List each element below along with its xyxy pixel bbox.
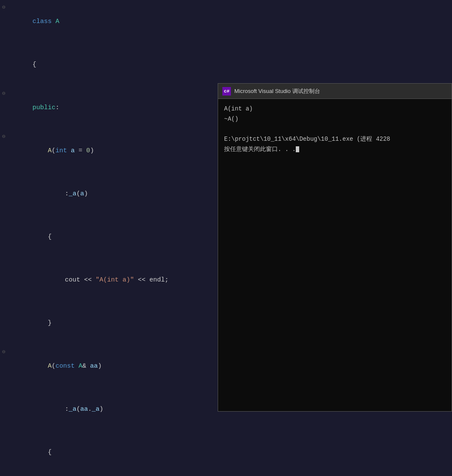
console-line-1: A(int a) [224,104,446,114]
fold-icon-9[interactable]: ⊖ [0,348,8,355]
console-titlebar: c# Microsoft Visual Studio 调试控制台 [218,84,452,99]
console-body: A(int a) ~A() E:\projtct\10_11\x64\Debug… [218,99,452,160]
fold-icon-4[interactable]: ⊖ [0,133,8,140]
code-line-2: { [0,43,452,86]
line-content-9: A(const A& aa) [8,345,102,387]
line-content-6: { [8,216,52,258]
line-content-11: { [8,431,52,473]
line-content-1: class A [8,0,59,43]
code-line-11: { [0,431,452,474]
fold-icon-1[interactable]: ⊖ [0,4,8,11]
console-title: Microsoft Visual Studio 调试控制台 [234,87,320,95]
code-line-1: ⊖ class A [0,0,452,43]
vs-icon: c# [222,87,231,96]
fold-icon-3[interactable]: ⊖ [0,90,8,97]
line-content-4: A(int a = 0) [8,130,94,172]
line-content-8: } [8,302,52,344]
console-window[interactable]: c# Microsoft Visual Studio 调试控制台 A(int a… [218,83,452,412]
vs-icon-text: c# [224,89,229,94]
line-content-10: :_a(aa._a) [8,388,103,430]
code-line-12: cout << "A(const A& aa)" << e [0,474,452,476]
line-content-7: cout << "A(int a)" << endl; [8,259,169,301]
console-cursor [296,146,299,152]
line-content-2: { [8,44,36,86]
line-content-5: :_a(a) [8,173,88,215]
line-content-12: cout << "A(const A& aa)" << e [8,474,176,476]
line-content-3: public: [8,87,59,129]
console-line-3: E:\projtct\10_11\x64\Debug\10_11.exe (进程… [224,134,446,145]
console-line-4: 按任意键关闭此窗口. . . [224,145,446,155]
console-line-2: ~A() [224,114,446,125]
